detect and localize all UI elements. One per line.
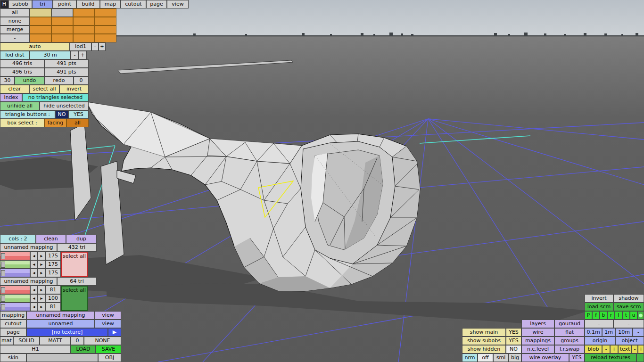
subob-grid-cell[interactable] [95, 34, 116, 42]
mapping-name[interactable]: unnamed mapping [0, 243, 57, 252]
reload-textures-button[interactable]: reload textures [585, 354, 636, 362]
obj-button[interactable]: OBJ [98, 354, 121, 362]
subob-grid-cell[interactable] [73, 17, 95, 25]
subob-grid-cell[interactable] [51, 8, 73, 17]
view-t-button[interactable]: t [622, 311, 630, 320]
subob-grid-cell[interactable] [73, 34, 95, 42]
slider-left-arrow[interactable]: ◂ [30, 286, 38, 294]
tab-page[interactable]: page [146, 0, 167, 8]
tab-cutout[interactable]: cutout [121, 0, 146, 8]
slider-right-arrow[interactable]: ▸ [38, 286, 45, 294]
skin-button[interactable]: skin [0, 354, 26, 362]
view-r-button[interactable]: r [607, 311, 615, 320]
view-dot-icon[interactable]: ● [637, 311, 644, 320]
shadow-button[interactable]: shadow [613, 294, 644, 303]
lod-dist-minus-button[interactable]: - [71, 51, 79, 59]
groups-button[interactable]: groups [554, 337, 585, 345]
auto-button[interactable]: auto [0, 42, 70, 51]
show-main-toggle[interactable]: YES [506, 328, 521, 337]
color-slider-blue[interactable] [0, 303, 30, 311]
slider-right-arrow[interactable]: ▸ [38, 303, 45, 311]
view-l-button[interactable]: l [615, 311, 622, 320]
tab-subob[interactable]: subob [8, 0, 32, 8]
redo-button[interactable]: redo [44, 76, 74, 85]
slider-left-arrow[interactable]: ◂ [30, 303, 38, 311]
select-all-button[interactable]: select all [29, 85, 59, 93]
lod-dist-value[interactable]: 30 m [30, 51, 71, 59]
nrm-sml-button[interactable]: sml [493, 354, 509, 362]
subob-grid-cell[interactable] [30, 8, 51, 17]
slider-right-arrow[interactable]: ▸ [38, 260, 45, 269]
merge-button[interactable]: merge [0, 25, 30, 34]
nrm-big-button[interactable]: big [509, 354, 521, 362]
lod-plus-button[interactable]: + [99, 42, 106, 51]
tab-build[interactable]: build [76, 0, 100, 8]
layers-button[interactable]: layers [521, 320, 554, 328]
slider-left-arrow[interactable]: ◂ [30, 294, 38, 303]
tab-view[interactable]: view [167, 0, 189, 8]
mapping-name[interactable]: unnamed mapping [0, 277, 57, 286]
viewport-3d[interactable] [0, 0, 644, 362]
color-slider-red[interactable] [0, 252, 30, 260]
lod-dist-plus-button[interactable]: + [79, 51, 87, 59]
clear-button[interactable]: clear [0, 85, 29, 93]
hide-unselected-button[interactable]: hide unselected [40, 102, 89, 110]
box-select-facing[interactable]: facing [44, 119, 66, 127]
nrm-button[interactable]: nrm [462, 354, 478, 362]
clean-button[interactable]: clean [36, 235, 66, 243]
cols-button[interactable]: cols : 2 [0, 235, 36, 243]
view-p-button[interactable]: P [585, 311, 592, 320]
grid-10m-button[interactable]: 10m [615, 328, 633, 337]
slider-thumb[interactable] [1, 304, 5, 310]
origin-button[interactable]: origin [585, 337, 615, 345]
page-next-icon[interactable]: ▶ [108, 328, 121, 337]
lr-swap-button[interactable]: l.r.swap [554, 345, 585, 354]
tab-point[interactable]: point [53, 0, 76, 8]
subob-grid-cell[interactable] [30, 25, 51, 34]
subob-grid-cell[interactable] [95, 8, 116, 17]
flat-button[interactable]: flat [554, 328, 585, 337]
load-button[interactable]: LOAD [71, 345, 96, 354]
text-button[interactable]: text [618, 345, 632, 354]
dup-button[interactable]: dup [66, 235, 97, 243]
gouraud-button[interactable]: gouraud [554, 320, 585, 328]
triangle-buttons-yes[interactable]: YES [68, 110, 89, 119]
select-all-mapping-button[interactable]: select all [61, 286, 88, 311]
tab-h[interactable]: H [0, 0, 8, 8]
subob-grid-cell[interactable] [95, 25, 116, 34]
slider-thumb[interactable] [1, 296, 5, 302]
triangle-buttons-no[interactable]: NO [55, 110, 68, 119]
nc-level-button[interactable]: n.c.level [521, 345, 554, 354]
text-minus-button[interactable]: - [632, 345, 638, 354]
save-button[interactable]: SAVE [96, 345, 121, 354]
subob-grid-cell[interactable] [30, 34, 51, 42]
lod1-button[interactable]: lod1 [70, 42, 91, 51]
slider-thumb[interactable] [1, 287, 5, 293]
invert-button[interactable]: invert [59, 85, 89, 93]
dash-button[interactable]: - [585, 320, 613, 328]
subob-grid-cell[interactable] [51, 25, 73, 34]
text-plus-button[interactable]: + [638, 345, 644, 354]
color-slider-green[interactable] [0, 260, 30, 269]
view-u-button[interactable]: u [630, 311, 637, 320]
slider-left-arrow[interactable]: ◂ [30, 252, 38, 260]
subob-grid-cell[interactable] [30, 17, 51, 25]
invert-button[interactable]: invert [585, 294, 613, 303]
dash-button[interactable]: - [613, 320, 644, 328]
blob-plus-button[interactable]: + [610, 345, 618, 354]
wire-overlay-toggle[interactable]: YES [569, 354, 585, 362]
subob-grid-cell[interactable] [73, 8, 95, 17]
subob-grid-cell[interactable] [73, 25, 95, 34]
file-name[interactable]: H1 [0, 345, 71, 354]
grid-dash-button[interactable]: - [633, 328, 644, 337]
load-scm-button[interactable]: load scm [585, 303, 613, 311]
wire-button[interactable]: wire [521, 328, 554, 337]
subob-grid-cell[interactable] [95, 17, 116, 25]
tab-tri[interactable]: tri [32, 0, 53, 8]
slider-right-arrow[interactable]: ▸ [38, 294, 45, 303]
object-button[interactable]: object [615, 337, 644, 345]
none-button[interactable]: none [0, 17, 30, 25]
color-slider-green[interactable] [0, 294, 30, 303]
reload-dash-button[interactable]: - [636, 354, 644, 362]
mapping-view-button[interactable]: view [95, 311, 121, 320]
